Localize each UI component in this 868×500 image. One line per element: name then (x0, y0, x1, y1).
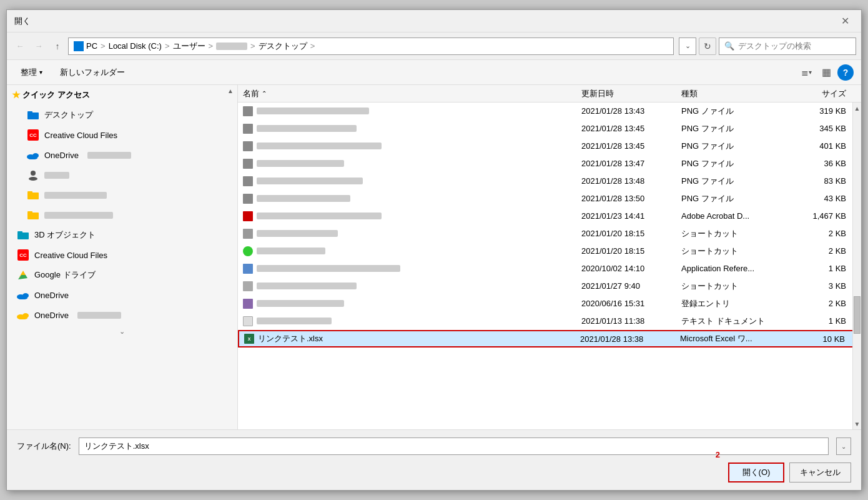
cancel-button[interactable]: キャンセル (789, 462, 851, 482)
file-date-cell: 2021/01/13 11:38 (581, 316, 681, 326)
file-type-cell: ショートカット (681, 228, 794, 239)
col-header-type[interactable]: 種類 (681, 88, 794, 99)
table-row[interactable]: 2021/01/13 11:38 テキスト ドキュメント 1 KB 1 (238, 312, 861, 330)
table-row[interactable]: 2021/01/28 13:45 PNG ファイル 345 KB (238, 120, 861, 138)
onedrive-suffix-blurred (87, 152, 131, 159)
search-input[interactable] (738, 41, 851, 51)
sidebar-item-3d[interactable]: 3D オブジェクト (7, 225, 237, 245)
action-row: 2 開く(O) キャンセル (17, 462, 851, 482)
table-row-selected[interactable]: X リンクテスト.xlsx 2021/01/28 13:38 Microsoft… (238, 330, 861, 348)
sort-arrow-icon: ⌃ (262, 90, 267, 97)
onedrive-icon-1 (27, 149, 39, 161)
toolbar: 整理 ▾ 新しいフォルダー ≣ ▾ ▦ ? (7, 60, 861, 85)
scrollbar[interactable]: ▲ ▼ (852, 102, 861, 429)
filename-label: ファイル名(N): (17, 441, 71, 452)
file-name-cell (243, 141, 581, 151)
address-path[interactable]: PC > Local Disk (C:) > ユーザー > > デスクトップ > (68, 38, 674, 55)
table-row[interactable]: 2021/01/20 18:15 ショートカット 2 KB (238, 242, 861, 260)
view-toggle-button[interactable]: ≣ ▾ (797, 64, 815, 81)
sidebar-item-gdrive[interactable]: Google ドライブ (7, 265, 237, 285)
close-button[interactable]: ✕ (836, 12, 854, 30)
col-header-date[interactable]: 更新日時 (581, 88, 681, 99)
blurred-name-8 (257, 248, 325, 254)
annotation-2: 2 (716, 450, 720, 459)
refresh-button[interactable]: ↻ (699, 38, 716, 55)
file-name-cell (243, 316, 581, 326)
sidebar-item-blurred-1[interactable] (7, 185, 237, 205)
open-button[interactable]: 開く(O) (728, 462, 784, 482)
lnk-icon (243, 229, 253, 239)
sidebar-item-cc-quick[interactable]: CC Creative Cloud Files (7, 125, 237, 145)
ref-icon (243, 264, 253, 274)
table-row[interactable]: 2021/01/28 13:45 PNG ファイル 401 KB (238, 138, 861, 155)
pane-toggle-button[interactable]: ▦ (817, 64, 835, 81)
scroll-thumb[interactable] (854, 296, 861, 334)
file-date-cell: 2021/01/20 18:15 (581, 229, 681, 238)
address-bar: ← → ↑ PC > Local Disk (C:) > ユーザー > > デス… (7, 32, 861, 60)
open-label: 開く(O) (742, 467, 771, 478)
table-row[interactable]: 2020/10/02 14:10 Application Refere... 1… (238, 260, 861, 278)
star-icon: ★ (12, 89, 20, 101)
table-row[interactable]: 2021/01/23 14:41 Adobe Acrobat D... 1,46… (238, 208, 861, 225)
table-row[interactable]: 2021/01/28 13:43 PNG ノァイル 319 KB (238, 102, 861, 120)
path-segment-desktop: デスクトップ (259, 41, 307, 52)
forward-button[interactable]: → (31, 38, 47, 54)
col-header-name[interactable]: 名前 ⌃ (243, 88, 581, 99)
file-list-area: 名前 ⌃ 更新日時 種類 サイズ (238, 85, 861, 429)
file-date-cell: 2021/01/28 13:47 (581, 159, 681, 168)
up-button[interactable]: ↑ (49, 38, 66, 54)
organize-button[interactable]: 整理 ▾ (14, 64, 49, 81)
table-row[interactable]: 2021/01/28 13:47 PNG ファイル 36 KB (238, 155, 861, 172)
sidebar-item-onedrive-3[interactable]: OneDrive (7, 305, 237, 325)
file-type-cell: テキスト ドキュメント (681, 316, 794, 327)
sidebar-item-onedrive-1[interactable]: OneDrive (7, 145, 237, 165)
file-name-cell (243, 246, 581, 256)
file-type-cell: PNG ファイル (681, 158, 794, 169)
path-chevron-3: > (209, 41, 214, 51)
table-row[interactable]: 2021/01/28 13:48 PNG ファイル 83 KB (238, 172, 861, 190)
path-segment-users: ユーザー (173, 41, 205, 52)
scroll-up-arrow[interactable]: ▲ (853, 102, 861, 114)
file-name-cell (243, 176, 581, 186)
folder-blue-icon (27, 109, 39, 121)
filename-dropdown-button[interactable]: ⌄ (836, 438, 851, 455)
scroll-down-arrow[interactable]: ▼ (853, 418, 861, 429)
file-name-cell (243, 211, 581, 221)
path-pc-icon (74, 41, 84, 51)
onedrive-label-1: OneDrive (44, 151, 79, 160)
help-button[interactable]: ? (837, 64, 854, 81)
sidebar-item-blurred-2[interactable] (7, 205, 237, 225)
file-date-cell: 2021/01/28 13:45 (581, 141, 681, 151)
sidebar-scroll-down[interactable]: ⌄ (7, 325, 237, 338)
table-row[interactable]: 2020/06/16 15:31 登録エントリ 2 KB (238, 295, 861, 312)
file-date-cell: 2021/01/28 13:38 (580, 334, 680, 344)
file-size-cell: 43 KB (794, 194, 856, 203)
table-row[interactable]: 2021/01/20 18:15 ショートカット 2 KB (238, 225, 861, 242)
col-header-size[interactable]: サイズ (794, 88, 856, 99)
file-date-cell: 2020/10/02 14:10 (581, 264, 681, 273)
new-folder-button[interactable]: 新しいフォルダー (54, 64, 131, 81)
table-row[interactable]: 2021/01/28 13:50 PNG ファイル 43 KB (238, 190, 861, 208)
sidebar-item-cc-main[interactable]: CC Creative Cloud Files (7, 245, 237, 265)
xlsx-icon: X (244, 334, 254, 344)
main-content: ▲ ★ クイック アクセス デスクトップ CC Creative Cloud F… (7, 85, 861, 429)
blurred-name-10 (257, 282, 357, 289)
path-dropdown-button[interactable]: ⌄ (679, 38, 696, 55)
sidebar-item-onedrive-2[interactable]: OneDrive (7, 285, 237, 305)
back-button[interactable]: ← (12, 38, 28, 54)
file-type-cell: Adobe Acrobat D... (681, 211, 794, 221)
svg-point-19 (19, 297, 27, 299)
file-date-cell: 2021/01/20 18:15 (581, 246, 681, 256)
file-name-cell: X リンクテスト.xlsx (244, 333, 580, 344)
gdrive-icon (17, 269, 29, 281)
blurred-name-11 (257, 300, 344, 307)
table-row[interactable]: 2021/01/27 9:40 ショートカット 3 KB (238, 278, 861, 295)
png-icon (243, 176, 253, 186)
sidebar-scroll-up[interactable]: ▲ (226, 86, 235, 95)
sidebar-item-desktop[interactable]: デスクトップ (7, 105, 237, 125)
reg-icon (243, 299, 253, 309)
sidebar-item-quick-access[interactable]: ★ クイック アクセス (7, 85, 237, 105)
help-label: ? (843, 68, 849, 78)
sidebar-item-user[interactable] (7, 165, 237, 185)
3d-icon (17, 229, 29, 241)
